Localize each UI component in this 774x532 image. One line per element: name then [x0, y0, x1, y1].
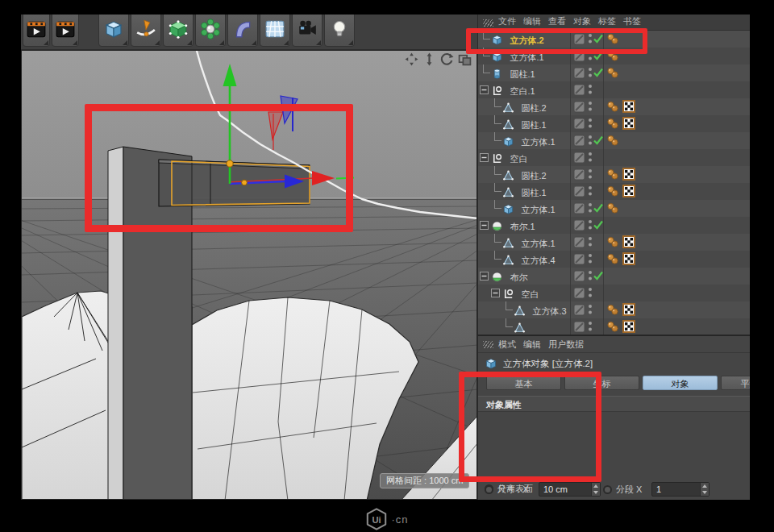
phong-tag-icon[interactable]	[606, 49, 619, 62]
layer-box-icon[interactable]	[573, 67, 585, 79]
layer-box-icon[interactable]	[573, 287, 585, 299]
phong-tag-icon[interactable]	[606, 117, 619, 130]
menu-item[interactable]: 文件	[498, 15, 516, 31]
layer-box-icon[interactable]	[573, 185, 585, 197]
menu-item[interactable]: 模式	[498, 336, 516, 353]
object-row[interactable]	[478, 318, 750, 335]
collapse-icon[interactable]	[480, 272, 489, 281]
cube-primitive-button[interactable]	[98, 15, 129, 47]
render-settings-button[interactable]	[52, 15, 79, 47]
attribute-tab[interactable]: 坐标	[564, 376, 639, 390]
keyframe-circle-icon[interactable]	[485, 485, 493, 494]
zoom-icon[interactable]	[422, 52, 436, 66]
texture-tag-icon[interactable]	[622, 185, 635, 197]
field-input[interactable]: 1	[651, 482, 710, 497]
layer-box-icon[interactable]	[573, 202, 585, 214]
layer-box-icon[interactable]	[573, 304, 585, 316]
layer-box-icon[interactable]	[573, 236, 585, 248]
visibility-dots-icon[interactable]	[588, 235, 593, 248]
texture-tag-icon[interactable]	[622, 320, 635, 333]
enabled-check-icon[interactable]	[593, 270, 604, 281]
layer-box-icon[interactable]	[573, 168, 585, 181]
array-generator-button[interactable]	[195, 15, 226, 47]
phong-tag-icon[interactable]	[606, 185, 619, 197]
viewport[interactable]: 网格间距 : 1000 cm	[21, 50, 477, 500]
render-view-button[interactable]	[23, 15, 50, 47]
enabled-check-icon[interactable]	[593, 135, 604, 146]
visibility-dots-icon[interactable]	[588, 83, 593, 96]
layer-box-icon[interactable]	[573, 118, 585, 130]
phong-tag-icon[interactable]	[606, 252, 619, 265]
layer-box-icon[interactable]	[573, 270, 585, 282]
object-row[interactable]: 布尔	[478, 268, 750, 285]
collapse-icon[interactable]	[480, 153, 489, 162]
layer-box-icon[interactable]	[573, 135, 585, 147]
attribute-tab[interactable]: 基本	[486, 376, 561, 390]
deformer-button[interactable]	[227, 15, 258, 47]
panel-grip-icon[interactable]	[483, 19, 493, 27]
layer-box-icon[interactable]	[573, 50, 585, 62]
texture-tag-icon[interactable]	[622, 100, 635, 113]
object-row[interactable]: 圆柱.1	[478, 64, 750, 81]
menu-item[interactable]: 编辑	[523, 336, 541, 353]
object-row[interactable]: 立方体.4	[478, 251, 750, 268]
phong-tag-icon[interactable]	[606, 235, 619, 248]
stepper[interactable]	[591, 483, 600, 496]
visibility-dots-icon[interactable]	[588, 185, 593, 197]
attribute-tab[interactable]: 对象	[643, 376, 718, 390]
texture-tag-icon[interactable]	[622, 235, 635, 248]
visibility-dots-icon[interactable]	[588, 100, 593, 113]
object-row[interactable]: 立方体.2	[478, 31, 750, 48]
texture-tag-icon[interactable]	[622, 252, 635, 265]
object-row[interactable]: 空白	[478, 285, 750, 301]
stepper[interactable]	[700, 483, 709, 496]
object-row[interactable]: 空白.1	[478, 81, 750, 98]
phong-tag-icon[interactable]	[606, 134, 619, 147]
texture-tag-icon[interactable]	[622, 303, 635, 316]
texture-tag-icon[interactable]	[622, 117, 635, 130]
layer-box-icon[interactable]	[573, 33, 585, 45]
pan-icon[interactable]	[405, 52, 418, 66]
phong-tag-icon[interactable]	[606, 66, 619, 79]
visibility-dots-icon[interactable]	[588, 252, 593, 265]
phong-tag-icon[interactable]	[606, 320, 619, 333]
object-row[interactable]: 立方体.3	[478, 301, 750, 318]
layer-box-icon[interactable]	[573, 152, 585, 164]
enabled-check-icon[interactable]	[593, 202, 604, 214]
toggle-view-icon[interactable]	[458, 52, 472, 66]
object-row[interactable]: 立方体.1	[478, 48, 750, 64]
object-row[interactable]: 空白	[478, 149, 750, 166]
menu-item[interactable]: 用户数据	[548, 336, 584, 353]
layer-box-icon[interactable]	[573, 101, 585, 113]
collapse-icon[interactable]	[491, 289, 500, 297]
menu-item[interactable]: 编辑	[523, 15, 541, 31]
floor-environment-button[interactable]	[260, 15, 290, 47]
enabled-check-icon[interactable]	[593, 50, 604, 61]
camera-button[interactable]	[292, 15, 322, 47]
enabled-check-icon[interactable]	[593, 219, 604, 231]
attribute-tab[interactable]: 平滑着色	[721, 376, 750, 390]
menu-item[interactable]: 查看	[548, 15, 566, 31]
visibility-dots-icon[interactable]	[588, 303, 593, 316]
object-row[interactable]: 圆柱.1	[478, 115, 750, 132]
object-row[interactable]: 布尔.1	[478, 217, 750, 234]
visibility-dots-icon[interactable]	[588, 151, 593, 164]
texture-tag-icon[interactable]	[622, 168, 635, 181]
object-row[interactable]: 立方体.1	[478, 200, 750, 217]
menu-item[interactable]: 书签	[623, 15, 641, 31]
object-row[interactable]: 立方体.1	[478, 132, 750, 149]
menu-item[interactable]: 标签	[598, 15, 616, 31]
collapse-icon[interactable]	[480, 85, 489, 94]
object-row[interactable]: 圆柱.2	[478, 166, 750, 183]
collapse-icon[interactable]	[480, 221, 489, 230]
visibility-dots-icon[interactable]	[588, 320, 593, 333]
layer-box-icon[interactable]	[573, 219, 585, 231]
phong-tag-icon[interactable]	[606, 303, 619, 316]
phong-tag-icon[interactable]	[606, 202, 619, 214]
keyframe-circle-icon[interactable]	[603, 485, 612, 494]
visibility-dots-icon[interactable]	[588, 117, 593, 130]
spline-pen-button[interactable]	[131, 15, 161, 47]
light-button[interactable]	[324, 15, 355, 47]
layer-box-icon[interactable]	[573, 84, 585, 96]
enabled-check-icon[interactable]	[593, 67, 604, 78]
